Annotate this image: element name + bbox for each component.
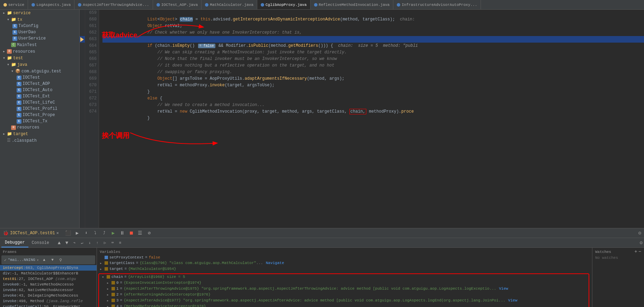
step-out-btn[interactable]: ⤴ bbox=[100, 229, 108, 237]
console-tab-btn[interactable]: ▶ bbox=[73, 229, 81, 237]
var-chain-1[interactable]: ▸ 1 = {AspectJAfterThrowingAdvice@1975} … bbox=[99, 286, 589, 292]
resume-btn[interactable]: ▶ bbox=[109, 229, 117, 237]
tab-logaspects[interactable]: LogAspects.java bbox=[28, 0, 74, 9]
sidebar-item-resources1[interactable]: ▸ R resources bbox=[0, 48, 79, 55]
step-over2-btn[interactable]: ↷ bbox=[71, 239, 78, 247]
tab-aspectj[interactable]: AspectJAfterThrowingAdvice... bbox=[74, 0, 153, 9]
mute-breakpoints-btn[interactable]: ⊘ bbox=[145, 229, 153, 237]
remove-watch-btn[interactable]: − bbox=[638, 249, 641, 254]
tab-reflective[interactable]: ReflectiveMethodInvocation.java bbox=[311, 0, 394, 9]
sidebar-label: .classpath bbox=[12, 138, 37, 143]
frame-item-1[interactable]: div:-1, MathCalculator$$EnhancerB bbox=[0, 271, 97, 276]
stop-btn[interactable]: ⏹ bbox=[127, 229, 135, 237]
expand-arrow: ▾ bbox=[3, 55, 7, 61]
frame-label: invoke0 bbox=[3, 282, 19, 287]
sidebar-item-service[interactable]: ▸ 📁 service bbox=[0, 10, 79, 16]
frame-loc: :43, DelegatingMethodAccess bbox=[17, 293, 78, 298]
sidebar-item-java[interactable]: ▾ 📁 java bbox=[0, 61, 79, 68]
tab-bar: service LogAspects.java AspectJAfterThro… bbox=[0, 0, 644, 10]
sidebar-item-userdao[interactable]: C UserDao bbox=[0, 29, 79, 35]
var-target[interactable]: ▸ target = {MathCalculator@1954} bbox=[97, 266, 592, 272]
code-line-670: } bbox=[102, 82, 644, 89]
var-chain-3[interactable]: ▸ 3 = {AspectJAfterAdvice@1977} "org.spr… bbox=[99, 298, 589, 304]
var-chain[interactable]: ▾ chain = {ArrayList@1968} size = 5 bbox=[99, 274, 589, 280]
sidebar-item-ioctest-prope[interactable]: C IOCTest_Prope bbox=[0, 112, 79, 118]
sidebar-item-resources2[interactable]: R resources bbox=[0, 124, 79, 131]
class-icon: C bbox=[12, 30, 17, 35]
frame-item-7[interactable]: runReflectiveCall:50, FrameworkMet bbox=[0, 304, 97, 307]
tab-ioctest-aop[interactable]: IOCTest_AOP.java bbox=[153, 0, 202, 9]
frame-item-0[interactable]: intercept:663, CglibAopProxy$Dyna bbox=[0, 265, 97, 271]
debug-panel: Debugger Console ▲ ▼ ↷ ↵ ⇓ ↑ ▷ ⌨ ≡ ⚙ Fra… bbox=[0, 238, 644, 307]
sidebar-item-userservice[interactable]: C UserService bbox=[0, 35, 79, 42]
sidebar-item-ioctest[interactable]: C IOCTest bbox=[0, 74, 79, 81]
watch-buttons: + − bbox=[634, 249, 641, 254]
class-green-icon: C bbox=[11, 43, 16, 47]
tab-infrastructure[interactable]: InfrastructureAdvisorAutoProxy... bbox=[393, 0, 481, 9]
frame-item-6[interactable]: invoke:498, Method (java.lang.refle bbox=[0, 298, 97, 304]
sidebar-item-classpath[interactable]: ▸ ☰ .classpath bbox=[0, 137, 79, 144]
frame-up-btn[interactable]: ▲ bbox=[40, 256, 48, 264]
tab-service[interactable]: service bbox=[0, 0, 28, 9]
var-icon bbox=[111, 305, 115, 307]
tab-cglibaopproxy[interactable]: CglibAopProxy.java bbox=[257, 0, 311, 9]
folder-icon bbox=[3, 3, 7, 7]
sidebar-item-ioctest-aop[interactable]: C IOCTest_AOP bbox=[0, 81, 79, 87]
sidebar-label: IOCTest_Ext bbox=[23, 94, 50, 99]
sidebar-item-test[interactable]: ▾ 📁 test bbox=[0, 55, 79, 61]
var-chain-0[interactable]: ▸ 0 = {ExposeInvocationInterceptor@1974} bbox=[99, 280, 589, 286]
step-out2-btn[interactable]: ↑ bbox=[93, 239, 101, 247]
sidebar-item-ioctest-lifec[interactable]: C IOCTest_LifeC bbox=[0, 99, 79, 106]
frames-up-btn[interactable]: ▲ bbox=[55, 239, 63, 247]
add-watch-btn[interactable]: + bbox=[634, 249, 637, 254]
tab-debugger[interactable]: Debugger bbox=[1, 238, 28, 247]
debugger-tab-btn[interactable]: ⬛ bbox=[64, 229, 72, 237]
tab-console[interactable]: Console bbox=[28, 238, 53, 247]
sidebar-item-ioctest-profile[interactable]: C IOCTest_Profil bbox=[0, 106, 79, 112]
sidebar-item-ioctest-auto[interactable]: C IOCTest_Auto bbox=[0, 87, 79, 93]
step-into-btn[interactable]: ⤵ bbox=[91, 229, 99, 237]
pause-btn[interactable]: ⏸ bbox=[118, 229, 126, 237]
var-targetclass[interactable]: ▸ targetClass = {Class@1796} "class com.… bbox=[97, 260, 592, 266]
frames-down-btn[interactable]: ▼ bbox=[63, 239, 71, 247]
class-icon: C bbox=[17, 76, 21, 80]
var-chain-4[interactable]: ▸ 4 = {MethodBeforeAdviceInterceptor@197… bbox=[99, 304, 589, 307]
frame-item-4[interactable]: invoke:62, NativeMethodAccessor bbox=[0, 287, 97, 293]
java-icon bbox=[261, 3, 264, 7]
sidebar-item-ioctest-ext[interactable]: C IOCTest_Ext bbox=[0, 93, 79, 99]
frame-item-3[interactable]: invoke0:-1, NativeMethodAccesso bbox=[0, 282, 97, 287]
run-to-cursor-btn[interactable]: ▷ bbox=[101, 239, 109, 247]
sidebar-item-txconfig[interactable]: C TxConfig bbox=[0, 23, 79, 29]
navigate-link-targetclass[interactable]: Navigate bbox=[266, 261, 284, 265]
code-line-667: // swapping or fancy proxying. bbox=[102, 62, 644, 69]
settings-gear-btn[interactable]: ⚙ bbox=[638, 230, 641, 236]
frame-item-5[interactable]: invoke:43, DelegatingMethodAccess bbox=[0, 293, 97, 298]
frame-down-btn[interactable]: ▼ bbox=[48, 256, 56, 264]
step-over-btn[interactable]: ⬇ bbox=[82, 229, 90, 237]
step-into2-btn[interactable]: ↵ bbox=[78, 239, 86, 247]
force-step-into-btn[interactable]: ⇓ bbox=[86, 239, 93, 247]
eval-expr-btn[interactable]: ⌨ bbox=[109, 239, 116, 247]
var-setproxycontext[interactable]: setProxyContext = false bbox=[97, 255, 592, 260]
sidebar-item-maintest[interactable]: ▸ C MainTest bbox=[0, 42, 79, 48]
frame-loc: :498, Method bbox=[17, 299, 46, 303]
toggle-vars-btn[interactable]: ≡ bbox=[116, 239, 124, 247]
tab-mathcalculator[interactable]: MathCalculator.java bbox=[202, 0, 257, 9]
var-chain-2[interactable]: ▸ 2 = {AfterReturningAdviceInterceptor@1… bbox=[99, 292, 589, 298]
code-view: 659 660 661 662 663 664 665 666 667 668 … bbox=[80, 10, 644, 228]
frame-dropdown[interactable]: ✓ *mai...NNING ▾ ▲ ▼ ⚲ bbox=[1, 255, 95, 264]
package-icon: 📦 bbox=[15, 69, 20, 74]
view-breakpoints-btn[interactable]: ☰ bbox=[136, 229, 144, 237]
sidebar-item-package[interactable]: ▾ 📦 com.atguigu.test bbox=[0, 68, 79, 74]
frame-item-2[interactable]: test01:27, IOCTest_AOP (com.atgu bbox=[0, 276, 97, 282]
sidebar-item-target[interactable]: ▸ 📁 target bbox=[0, 131, 79, 137]
frame-label: intercept bbox=[3, 266, 23, 270]
debug-panel-tabs: Debugger Console ▲ ▼ ↷ ↵ ⇓ ↑ ▷ ⌨ ≡ ⚙ bbox=[0, 238, 644, 248]
navigate-link-1[interactable]: View bbox=[499, 287, 508, 291]
frame-filter-btn[interactable]: ⚲ bbox=[57, 256, 64, 264]
navigate-link-3[interactable]: View bbox=[508, 298, 517, 302]
sidebar-item-ioctest-tx[interactable]: C IOCTest_Tx bbox=[0, 118, 79, 124]
sidebar-item-tx[interactable]: ▾ 📁 tx bbox=[0, 16, 79, 23]
code-lines[interactable]: List<Object> chain = this.advised.getInt… bbox=[99, 10, 644, 228]
debug-panel-settings-btn[interactable]: ⚙ bbox=[640, 240, 643, 246]
